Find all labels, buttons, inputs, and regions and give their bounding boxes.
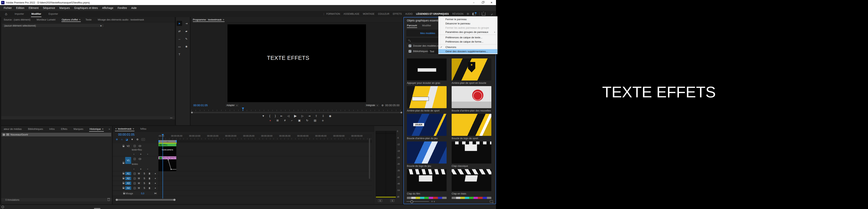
sync-lock-icon[interactable] [134,177,135,180]
track-target-badge[interactable]: V1 [125,157,131,164]
tool-button[interactable]: ➤ [177,21,182,26]
audio-track-lane[interactable] [158,186,372,190]
creative-cloud-sync-icon[interactable] [2,206,4,208]
panel-menu-icon[interactable]: ≡ [79,18,81,21]
context-menu-item[interactable]: Fermer les autres panneaux du groupe [438,26,497,30]
workspace-tab[interactable]: BI [465,12,471,15]
video-track-v1[interactable]: V1 textes ◂ ◆ ▸ [113,156,372,171]
tool-button[interactable]: ✱ [184,44,189,49]
transport-button[interactable]: ⇧ [315,114,317,117]
transport-button[interactable]: ⇤ [280,114,283,117]
timeline-zoom-handle[interactable]: ||| [158,140,177,143]
track-target-badge[interactable]: V2 [125,145,131,148]
tool-button[interactable]: ⇥ [184,21,189,26]
template-item[interactable]: Boucle d'arrière-plan des nouvelles [452,86,491,112]
workspace-overflow-icon[interactable] [472,13,476,15]
tab-overflow-icon[interactable]: » [109,128,112,131]
transport-button[interactable]: ◆ [322,119,324,122]
workspace-tab[interactable]: LÉGENDES ET GRAPHIQUES [414,12,451,15]
transport-button[interactable]: ⇥ [308,114,310,117]
solo-button[interactable]: S [143,177,146,180]
panel-tab[interactable]: Mixage des éléments audio : texteetmask [95,17,148,22]
tool-button[interactable]: ⇄ [177,29,182,34]
audio-track-row[interactable]: A2 M S ◂ [113,176,372,181]
solo-button[interactable]: S [143,187,146,189]
track-lock-icon[interactable] [123,187,124,189]
transport-button[interactable]: ⊞ [277,119,279,122]
template-item[interactable]: Arrière-plan du texte de sport [407,86,446,112]
track-lock-icon[interactable] [123,146,124,147]
menubar-item[interactable]: Fichier [2,6,14,9]
video-track-lane[interactable] [158,143,372,156]
master-track-row[interactable]: Mixage 0,0 ⋈ [113,191,372,196]
program-playhead[interactable] [242,108,244,109]
program-video-frame[interactable]: TEXTE EFFETS [227,24,366,102]
audio-meter[interactable] [376,131,396,198]
voiceover-mic-icon[interactable] [149,182,150,184]
transport-button[interactable]: ↻ [306,119,308,122]
menubar-item[interactable]: Aide [129,6,139,9]
workspace-tab[interactable]: RÉVISION [451,12,465,15]
mute-button[interactable]: M [137,187,140,189]
quick-export-icon[interactable] [482,12,485,15]
panel-tab[interactable]: Bibliothèques [25,126,47,132]
audio-track-lane[interactable] [158,171,372,176]
template-item[interactable]: Boucle de logo de sport [452,114,491,139]
timeline-zoom-scrollbar[interactable]: ||| [158,140,372,143]
timeline-horizontal-scrollbar[interactable] [116,199,175,201]
timeline-current-timecode[interactable]: 00:00:01:05 [118,133,135,136]
monitor-settings-icon[interactable]: ⚙ [381,104,383,107]
timeline-toolbar-button[interactable]: ⚙ [136,138,138,141]
tool-button[interactable]: T [177,52,182,57]
workspace-tab[interactable]: AUDIO [404,12,414,15]
template-thumbnail[interactable] [452,86,491,108]
context-menu-item[interactable]: ✓ Chevrons [438,44,497,49]
menubar-item[interactable]: Affichage [100,6,116,9]
sequence-tab[interactable]: fxflou [136,126,150,132]
mute-button[interactable]: M [137,172,140,175]
track-target-badge[interactable]: A4 [125,186,131,190]
timeline-toolbar-button[interactable]: ◪ [126,138,128,141]
sync-lock-icon[interactable] [134,187,135,189]
solo-button[interactable]: S [143,172,146,175]
menubar-item[interactable]: Séquence [41,6,57,9]
context-menu-item[interactable]: Fermer le panneau [438,17,497,21]
panel-menu-icon[interactable]: ≡ [133,127,134,130]
menubar-item[interactable]: Graphiques et titres [72,6,100,9]
template-thumbnail[interactable] [407,141,446,164]
playback-resolution-select[interactable]: Intégrale ∨ [364,103,380,107]
sequence-tab[interactable]: × texteetmask ≡ [113,126,136,132]
template-thumbnail[interactable] [407,59,446,80]
mute-button[interactable]: M [137,182,140,185]
timeline-toolbar-button[interactable]: ∩ [121,138,123,141]
sync-lock-icon[interactable] [134,145,135,147]
transport-button[interactable]: ⇩ [322,114,324,117]
keyframe-nav-icons[interactable]: ◂ ◆ ▸ [133,153,151,155]
transport-button[interactable]: } [275,114,276,117]
timeline-ruler[interactable]: :00:00 00:00:05:00 00:00:10:00 00:00:15:… [158,134,372,140]
mute-button[interactable]: M [137,177,140,180]
speaker-icon[interactable]: ◂ [155,177,156,180]
workspace-tab[interactable]: MONTAGE [361,12,376,15]
sort-button[interactable]: ≡ ∨ [431,200,435,203]
panel-tab[interactable]: Infos [47,126,58,132]
voiceover-mic-icon[interactable] [149,173,150,175]
context-menu-item[interactable]: Préférences de calque de forme... [438,39,497,44]
timeline-toolbar-button[interactable]: CC [142,138,145,141]
restore-button[interactable] [478,0,487,5]
track-output-eye-icon[interactable] [138,158,141,160]
transport-button[interactable]: # [284,119,286,122]
workspace-tab[interactable]: ASSEMBLAGE [342,12,361,15]
sync-lock-icon[interactable] [134,158,135,160]
track-lock-icon[interactable] [123,183,124,184]
sync-lock-icon[interactable] [134,182,135,184]
track-lock-icon[interactable] [123,173,124,174]
minimize-button[interactable]: – [469,0,478,5]
track-name[interactable]: texte+flou [132,148,142,151]
panel-tab[interactable]: Texte [83,17,95,22]
transport-button[interactable]: ▷ [302,114,304,117]
track-name[interactable]: textes [132,163,138,166]
track-target-badge[interactable]: A1 [125,172,131,175]
audio-track-row[interactable]: A1 M S ◂ [113,171,372,176]
workspace-tab[interactable]: EFFETS [391,12,404,15]
